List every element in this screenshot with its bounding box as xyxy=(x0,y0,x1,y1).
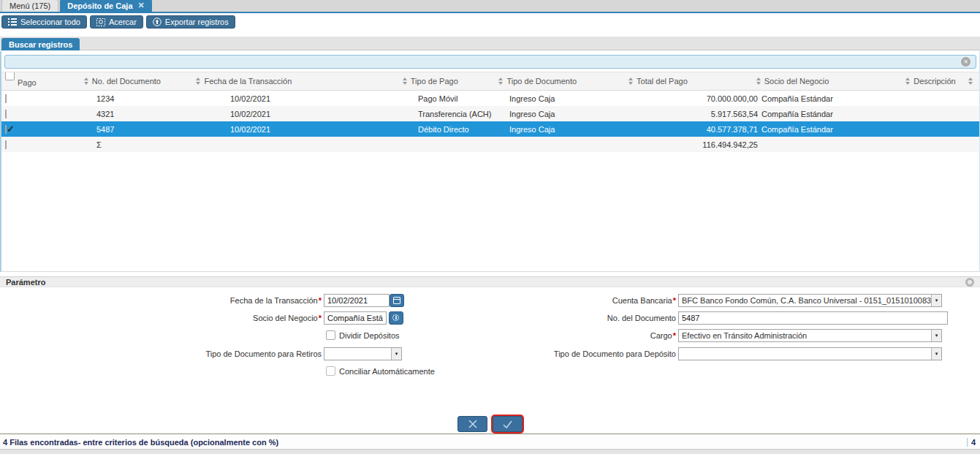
cell-socio: Compañía Estándar xyxy=(758,94,906,103)
footer-actions xyxy=(0,416,980,432)
close-icon[interactable]: ✕ xyxy=(138,1,145,10)
chevron-down-icon[interactable]: ▾ xyxy=(931,295,941,306)
column-label-documento: No. del Documento xyxy=(92,77,161,86)
column-label-total: Total del Pago xyxy=(637,77,688,86)
column-header-socio[interactable]: Socio del Negocio xyxy=(756,72,905,90)
cell-documento: 4321 xyxy=(82,110,195,118)
tab-menu[interactable]: Menú (175) xyxy=(1,0,58,12)
tipo-doc-deposito-select[interactable]: ▾ xyxy=(678,347,942,360)
cell-socio: Compañía Estándar xyxy=(758,125,906,134)
column-header-extra[interactable] xyxy=(968,72,979,90)
cell-total: 70.000.000,00 xyxy=(630,94,758,103)
select-all-button[interactable]: Seleccionar todo xyxy=(1,15,87,29)
sort-icon[interactable] xyxy=(84,77,88,85)
column-label-descripcion: Descripción xyxy=(913,77,955,86)
column-header-fecha[interactable]: Fecha de la Transacción xyxy=(194,72,402,90)
column-header-documento[interactable]: No. del Documento xyxy=(82,72,195,90)
column-header-pago[interactable]: Pago xyxy=(1,72,82,90)
sort-icon[interactable] xyxy=(403,77,407,85)
required-marker: * xyxy=(319,314,322,322)
app-window: Menú (175) Depósito de Caja ✕ Selecciona… xyxy=(0,0,980,454)
cell-tipo-pago: Pago Móvil xyxy=(403,94,500,103)
partner-info-icon xyxy=(392,314,399,321)
cell-tipo-documento: Ingreso Caja xyxy=(500,94,630,103)
column-label-tipo-documento: Tipo de Documento xyxy=(506,77,577,86)
table-row-selected[interactable]: 5487 10/02/2021 Débito Directo Ingreso C… xyxy=(1,121,979,137)
confirm-check-icon xyxy=(502,420,513,429)
toolbar: Seleccionar todo Acercar Exportar regist… xyxy=(1,15,235,29)
cargo-select[interactable]: Efectivo en Tránsito Administración ▾ xyxy=(678,329,942,342)
column-header-total[interactable]: Total del Pago xyxy=(628,72,756,90)
cell-documento: 1234 xyxy=(82,94,195,103)
sort-icon[interactable] xyxy=(498,77,503,85)
table-sum-row: Σ 116.494.942,25 xyxy=(1,137,979,152)
column-label-socio: Socio del Negocio xyxy=(764,77,829,86)
select-all-label: Seleccionar todo xyxy=(20,18,80,26)
fecha-transaccion-input[interactable] xyxy=(324,294,390,307)
cell-socio: Compañía Estándar xyxy=(758,110,906,118)
cell-tipo-documento: Ingreso Caja xyxy=(500,125,630,134)
status-message: 4 Filas encontradas- entre criterios de … xyxy=(3,438,278,447)
cuenta-bancaria-select[interactable]: BFC Banco Fondo Común, C.A. Banco Univer… xyxy=(678,294,942,307)
search-tab-strip: Buscar registros xyxy=(0,37,980,50)
required-marker: * xyxy=(673,331,676,340)
row-count: 4 xyxy=(971,438,976,447)
sort-icon[interactable] xyxy=(905,77,910,85)
confirm-button[interactable] xyxy=(493,416,523,432)
export-button[interactable]: Exportar registros xyxy=(146,15,235,29)
search-input[interactable] xyxy=(4,55,976,69)
sum-total: 116.494.942,25 xyxy=(630,140,758,149)
tab-active-label: Depósito de Caja xyxy=(67,1,132,10)
column-header-descripcion[interactable]: Descripción xyxy=(904,72,968,90)
chevron-down-icon[interactable]: ▾ xyxy=(391,348,401,360)
column-header-tipo-documento[interactable]: Tipo de Documento xyxy=(498,72,628,90)
calendar-icon xyxy=(393,297,400,304)
chevron-down-icon[interactable]: ▾ xyxy=(931,330,941,341)
conciliar-label: Conciliar Automáticamente xyxy=(339,365,435,378)
status-separator xyxy=(0,434,980,434)
sum-symbol: Σ xyxy=(82,140,195,149)
zoom-window-icon xyxy=(96,18,105,26)
cell-fecha: 10/02/2021 xyxy=(195,125,403,134)
column-header-tipo-pago[interactable]: Tipo de Pago xyxy=(403,72,499,90)
cell-fecha: 10/02/2021 xyxy=(195,94,403,103)
chevron-down-icon[interactable]: ▾ xyxy=(931,348,941,360)
clear-search-icon[interactable]: ✕ xyxy=(961,57,970,67)
sort-icon[interactable] xyxy=(628,77,633,85)
no-documento-label: No. del Documento xyxy=(468,311,676,325)
column-label-pago: Pago xyxy=(18,78,37,87)
table-row[interactable]: 4321 10/02/2021 Transferencia (ACH) Ingr… xyxy=(1,106,979,121)
tab-menu-label: Menú (175) xyxy=(10,1,50,10)
no-documento-input[interactable] xyxy=(678,311,948,325)
table-row[interactable]: 1234 10/02/2021 Pago Móvil Ingreso Caja … xyxy=(1,91,979,106)
dividir-depositos-checkbox[interactable] xyxy=(326,330,335,340)
row-checkbox-checked[interactable] xyxy=(5,125,7,134)
cuenta-bancaria-label: Cuenta Bancaria* xyxy=(468,294,676,307)
sort-icon[interactable] xyxy=(756,77,761,85)
cancel-button[interactable] xyxy=(457,416,487,432)
table-header-row: Pago No. del Documento Fecha de la Trans… xyxy=(1,72,979,91)
parameter-title: Parámetro xyxy=(6,278,45,287)
cell-tipo-pago: Transferencia (ACH) xyxy=(403,110,500,118)
collapse-section-icon[interactable] xyxy=(965,278,974,287)
row-checkbox[interactable] xyxy=(5,94,7,103)
socio-negocio-input[interactable] xyxy=(324,311,387,325)
results-grid-region: ✕ Pago No. del Documento Fecha de la Tra… xyxy=(0,51,980,272)
tipo-doc-deposito-value xyxy=(679,348,931,360)
row-checkbox[interactable] xyxy=(5,140,7,149)
tab-deposito-de-caja[interactable]: Depósito de Caja ✕ xyxy=(60,0,151,12)
status-divider xyxy=(967,438,968,447)
cell-documento: 5487 xyxy=(82,125,195,134)
tab-buscar-registros[interactable]: Buscar registros xyxy=(1,38,80,50)
sort-icon[interactable] xyxy=(196,77,200,85)
socio-negocio-label: Socio del Negocio* xyxy=(0,311,322,325)
zoom-button[interactable]: Acercar xyxy=(90,15,143,29)
row-checkbox[interactable] xyxy=(5,110,7,118)
parameter-form: Fecha de la Transacción* Cuenta Bancaria… xyxy=(0,288,980,409)
conciliar-checkbox[interactable] xyxy=(326,366,335,376)
sort-icon[interactable] xyxy=(968,77,973,85)
select-all-checkbox[interactable] xyxy=(5,72,15,80)
business-partner-lookup-button[interactable] xyxy=(389,311,403,325)
tipo-doc-retiros-select[interactable]: ▾ xyxy=(324,347,402,360)
calendar-button[interactable] xyxy=(390,294,404,307)
